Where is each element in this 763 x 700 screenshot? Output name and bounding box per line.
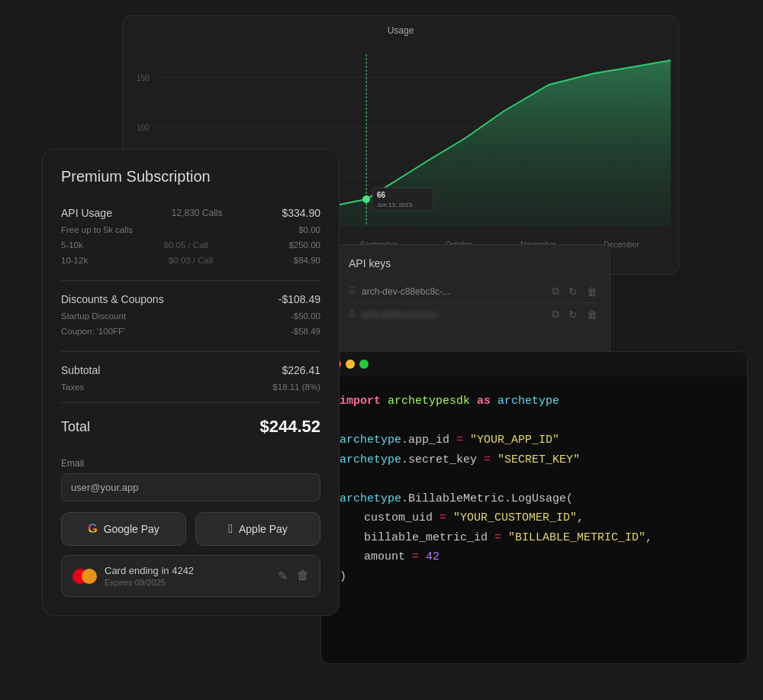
minimize-dot	[346, 360, 355, 369]
api-keys-title: API keys	[349, 257, 597, 269]
code-import-line: import archetypesdk as archetype	[340, 392, 729, 411]
tier1-rate: $0.05 / Call	[164, 240, 208, 250]
card-info: Card ending in 4242 Expires 09/2025	[72, 565, 194, 587]
svg-point-8	[362, 195, 370, 203]
code-card-header	[321, 352, 747, 376]
taxes-amount: $18.11 (8%)	[272, 382, 320, 392]
svg-text:100: 100	[137, 124, 150, 132]
total-label: Total	[61, 419, 90, 435]
chart-title: Usage	[123, 16, 678, 39]
code-blank1	[340, 411, 729, 431]
billing-title: Premium Subscription	[61, 168, 320, 185]
startup-discount-label: Startup Discount	[61, 311, 126, 321]
tier2-row: 10-12k $0.03 / Call $84.90	[61, 253, 320, 268]
tier2-rate: $0.03 / Call	[169, 256, 213, 265]
divider2	[61, 351, 320, 352]
google-pay-button[interactable]: G Google Pay	[61, 512, 186, 546]
code-custom-uid-line: custom_uid = "YOUR_CUSTOMER_ID",	[340, 508, 729, 528]
startup-discount-amount: -$50.00	[291, 311, 320, 321]
apple-icon: 	[228, 522, 233, 536]
divider3	[61, 402, 320, 403]
api-key-row: ⠿ arch-dev-c88ebc8c-... ⧉ ↻ 🗑	[349, 280, 597, 303]
copy-icon[interactable]: ⧉	[552, 285, 559, 298]
code-card: import archetypesdk as archetype archety…	[320, 351, 748, 664]
subtotal-label: Subtotal	[61, 364, 100, 376]
tier1-row: 5-10k $0.05 / Call $250.00	[61, 237, 320, 253]
code-appid-line: archetype.app_id = "YOUR_APP_ID"	[340, 431, 729, 450]
apple-pay-label: Apple Pay	[239, 523, 288, 535]
mastercard-icon	[72, 568, 97, 585]
email-input[interactable]	[61, 473, 320, 502]
google-pay-label: Google Pay	[104, 523, 159, 535]
api-usage-amount: $334.90	[282, 207, 320, 219]
card-label: Card ending in 4242	[105, 565, 194, 576]
free-calls-row: Free up to 5k calls $0.00	[61, 222, 320, 237]
total-amount: $244.52	[259, 417, 320, 437]
google-icon: G	[88, 522, 97, 536]
total-row: Total $244.52	[61, 411, 320, 443]
code-billable-line: archetype.BillableMetric.LogUsage(	[340, 489, 729, 509]
api-usage-label: API Usage	[61, 207, 112, 219]
tier1-label: 5-10k	[61, 240, 83, 250]
discounts-section: Discounts & Coupons -$108.49 Startup Dis…	[61, 289, 320, 339]
discounts-amount: -$108.49	[278, 293, 320, 305]
coupon-row: Coupon: '100FF' -$58.49	[61, 324, 320, 339]
email-label: Email	[61, 458, 320, 469]
edit-card-icon[interactable]: ✎	[278, 569, 288, 583]
copy-icon[interactable]: ⧉	[552, 308, 559, 321]
tier2-label: 10-12k	[61, 256, 88, 265]
maximize-dot	[359, 360, 369, 369]
tier2-amount: $84.90	[294, 256, 320, 265]
card-details: Card ending in 4242 Expires 09/2025	[105, 565, 194, 587]
code-secret-line: archetype.secret_key = "SECRET_KEY"	[340, 450, 729, 470]
api-usage-section: API Usage 12,830 Calls $334.90 Free up t…	[61, 202, 320, 268]
refresh-icon[interactable]: ↻	[568, 285, 578, 298]
api-usage-row: API Usage 12,830 Calls $334.90	[61, 202, 320, 222]
free-calls-label: Free up to 5k calls	[61, 225, 133, 234]
taxes-row: Taxes $18.11 (8%)	[61, 379, 320, 395]
drag-handle-icon: ⠿	[349, 309, 356, 320]
card-expires: Expires 09/2025	[105, 578, 194, 587]
apple-pay-button[interactable]:  Apple Pay	[195, 512, 320, 546]
email-section: Email	[61, 458, 320, 502]
discounts-row: Discounts & Coupons -$108.49	[61, 289, 320, 308]
free-calls-amount: $0.00	[298, 225, 320, 234]
delete-icon[interactable]: 🗑	[587, 308, 597, 321]
billing-card: Premium Subscription API Usage 12,830 Ca…	[42, 149, 340, 616]
startup-discount-row: Startup Discount -$50.00	[61, 308, 320, 324]
coupon-label: Coupon: '100FF'	[61, 327, 125, 336]
discounts-label: Discounts & Coupons	[61, 293, 164, 305]
delete-icon[interactable]: 🗑	[587, 285, 597, 298]
api-key-value-hidden: arch-prod-xxxxxxx-...	[362, 309, 542, 320]
code-body: import archetypesdk as archetype archety…	[321, 376, 747, 602]
code-amount-line: amount = 42	[340, 547, 729, 567]
drag-handle-icon: ⠿	[349, 286, 356, 297]
subtotal-amount: $226.41	[282, 364, 320, 376]
card-actions: ✎ 🗑	[278, 569, 309, 583]
svg-text:66: 66	[377, 191, 386, 199]
code-blank2	[340, 469, 729, 489]
refresh-icon[interactable]: ↻	[568, 308, 578, 321]
coupon-amount: -$58.49	[291, 327, 320, 336]
tier1-amount: $250.00	[288, 240, 320, 250]
svg-text:150: 150	[137, 74, 150, 82]
svg-text:Jun 13, 2023: Jun 13, 2023	[377, 202, 413, 208]
api-keys-card: API keys ⠿ arch-dev-c88ebc8c-... ⧉ ↻ 🗑 ⠿…	[336, 244, 610, 366]
subtotal-row: Subtotal $226.41	[61, 360, 320, 379]
api-usage-calls: 12,830 Calls	[172, 208, 223, 218]
payment-buttons: G Google Pay  Apple Pay	[61, 512, 320, 546]
code-metric-id-line: billable_metric_id = "BILLABLE_METRIC_ID…	[340, 528, 729, 548]
taxes-label: Taxes	[61, 382, 84, 392]
code-close-line: )	[340, 567, 729, 587]
saved-card-row: Card ending in 4242 Expires 09/2025 ✎ 🗑	[61, 555, 320, 597]
api-key-row-blurred: ⠿ arch-prod-xxxxxxx-... ⧉ ↻ 🗑	[349, 303, 597, 325]
delete-card-icon[interactable]: 🗑	[297, 569, 309, 583]
api-key-value: arch-dev-c88ebc8c-...	[362, 286, 542, 297]
divider1	[61, 280, 320, 281]
